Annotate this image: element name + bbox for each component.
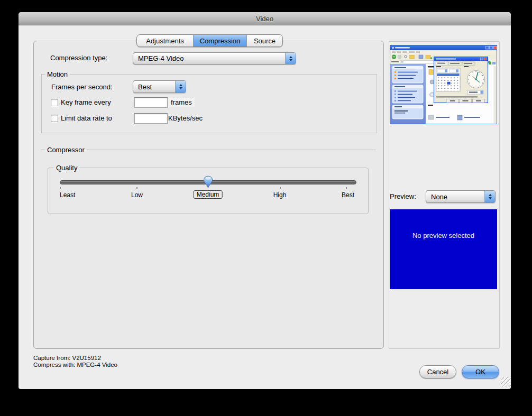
ok-button[interactable]: OK — [462, 365, 499, 378]
slider-tick — [136, 187, 137, 189]
motion-group-label: Motion — [45, 70, 70, 78]
compression-type-value: MPEG-4 Video — [138, 53, 184, 64]
popup-stepper-icon — [484, 191, 495, 202]
quality-slider-thumb[interactable] — [203, 175, 213, 192]
data-rate-label: Limit data rate to — [61, 114, 112, 122]
slider-tick — [280, 187, 281, 189]
quality-label-best: Best — [342, 191, 354, 199]
preview-display-area: No preview selected — [390, 209, 497, 289]
quality-label-low: Low — [131, 191, 143, 199]
key-frame-field[interactable] — [134, 97, 168, 108]
quality-label-high: High — [273, 191, 287, 199]
key-frame-checkbox[interactable] — [51, 99, 58, 106]
data-rate-checkbox[interactable] — [51, 115, 58, 122]
tab-compression-label: Compression — [200, 37, 241, 45]
resize-grip[interactable] — [501, 377, 511, 387]
video-settings-window: Video Adjustments Compression Source Com… — [19, 12, 511, 389]
quality-label-least: Least — [60, 191, 75, 199]
slider-tick — [60, 187, 61, 189]
popup-stepper-icon — [285, 53, 296, 64]
cancel-button-label: Cancel — [427, 368, 448, 376]
quality-group-label: Quality — [54, 164, 79, 172]
capture-from-text: Capture from: V2U15912 — [33, 355, 101, 361]
compression-type-label: Compression type: — [50, 54, 107, 62]
preview-value: None — [431, 191, 447, 202]
compression-type-popup[interactable]: MPEG-4 Video — [133, 52, 296, 64]
cancel-button[interactable]: Cancel — [419, 365, 456, 378]
compress-with-text: Compress with: MPEG-4 Video — [33, 362, 117, 368]
compressor-group-label: Compressor — [45, 146, 87, 154]
fps-value: Best — [138, 81, 152, 93]
preview-popup[interactable]: None — [426, 190, 496, 203]
tab-source[interactable]: Source — [246, 35, 282, 47]
compressor-separator — [41, 150, 376, 150]
popup-stepper-icon — [175, 81, 186, 93]
fps-label: Frames per second: — [51, 83, 113, 91]
screen: Video Adjustments Compression Source Com… — [0, 0, 532, 416]
tab-source-label: Source — [254, 37, 276, 45]
data-rate-unit-label: KBytes/sec — [168, 114, 203, 122]
window-title: Video — [256, 15, 273, 23]
key-frame-unit-label: frames — [168, 98, 195, 107]
data-rate-field[interactable] — [134, 113, 168, 124]
slider-tick — [346, 187, 347, 189]
tab-adjustments-label: Adjustments — [146, 37, 184, 45]
capture-preview-thumbnail — [390, 45, 497, 124]
tab-compression[interactable]: Compression — [193, 35, 246, 47]
key-frame-label: Key frame every — [61, 98, 111, 106]
fps-popup[interactable]: Best — [133, 80, 186, 93]
ok-button-label: OK — [475, 368, 485, 376]
tab-bar: Adjustments Compression Source — [136, 34, 283, 47]
window-titlebar[interactable]: Video — [19, 12, 511, 25]
no-preview-message: No preview selected — [412, 232, 474, 239]
preview-label: Preview: — [390, 192, 416, 200]
tab-adjustments[interactable]: Adjustments — [137, 35, 193, 47]
